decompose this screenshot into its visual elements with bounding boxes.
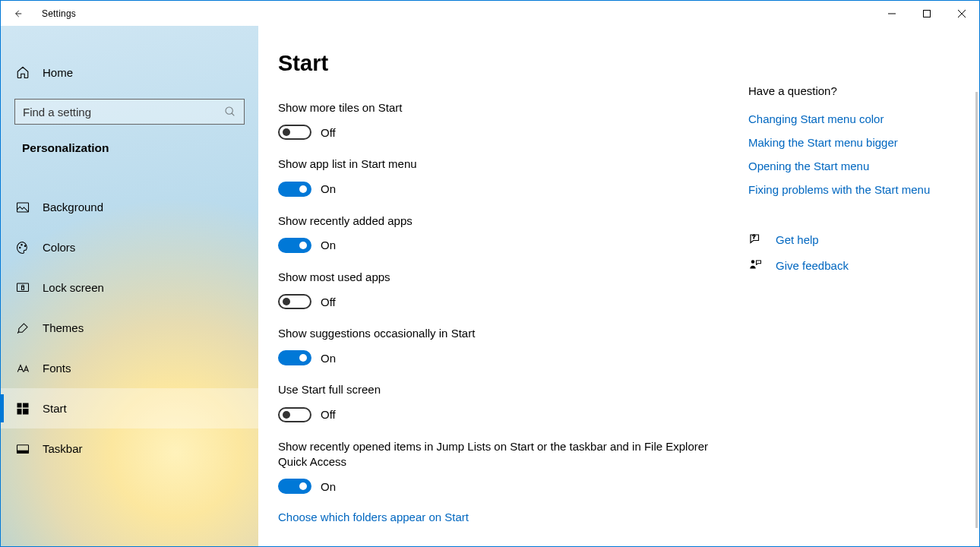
svg-text:?: ? [753, 234, 756, 239]
sidebar-item-label: Fonts [43, 362, 71, 375]
svg-rect-13 [17, 451, 29, 453]
toggle-state: On [321, 352, 336, 365]
svg-rect-8 [17, 403, 22, 407]
close-button[interactable] [944, 1, 979, 26]
svg-point-15 [751, 260, 755, 264]
toggle-switch[interactable] [278, 350, 311, 365]
sidebar-category: Personalization [1, 125, 258, 163]
sidebar-item-label: Start [43, 402, 67, 415]
svg-rect-7 [22, 286, 24, 289]
start-icon [16, 402, 30, 416]
taskbar-icon [16, 442, 30, 456]
page-title: Start [278, 51, 730, 76]
toggle-switch[interactable] [278, 125, 311, 140]
lock-screen-icon [16, 281, 30, 295]
toggle-state: Off [321, 296, 336, 308]
aside-link[interactable]: Making the Start menu bigger [748, 136, 961, 149]
setting-row: Show most used appsOff [278, 270, 730, 309]
minimize-button[interactable] [874, 1, 909, 26]
get-help-link[interactable]: Get help [776, 233, 819, 246]
setting-label: Show recently opened items in Jump Lists… [278, 439, 730, 470]
sidebar-item-start[interactable]: Start [1, 388, 258, 428]
home-icon [16, 65, 30, 79]
sidebar-item-taskbar[interactable]: Taskbar [1, 428, 258, 469]
sidebar-item-label: Background [43, 201, 103, 213]
aside-link[interactable]: Opening the Start menu [748, 160, 961, 172]
sidebar-item-colors[interactable]: Colors [1, 227, 258, 267]
toggle-switch[interactable] [278, 182, 311, 197]
setting-row: Show more tiles on StartOff [278, 100, 730, 140]
toggle-state: Off [321, 126, 336, 139]
svg-rect-6 [17, 283, 29, 292]
toggle-switch[interactable] [278, 479, 311, 494]
setting-row: Show suggestions occasionally in StartOn [278, 326, 730, 365]
content: Start Show more tiles on StartOffShow ap… [258, 26, 979, 546]
feedback-icon [748, 258, 762, 272]
svg-point-4 [21, 244, 23, 245]
toggle-state: On [321, 480, 336, 493]
maximize-button[interactable] [909, 1, 944, 26]
setting-row: Show app list in Start menuOn [278, 157, 730, 196]
toggle-state: Off [321, 408, 336, 421]
minimize-icon [888, 10, 896, 17]
setting-label: Use Start full screen [278, 382, 730, 397]
sidebar-item-label: Lock screen [43, 281, 104, 294]
get-help-icon: ? [748, 232, 762, 246]
sidebar-item-label: Taskbar [43, 442, 83, 455]
window-title: Settings [42, 8, 76, 19]
aside-link[interactable]: Changing Start menu color [748, 112, 961, 125]
toggle-switch[interactable] [278, 294, 311, 309]
toggle-state: On [321, 182, 336, 195]
paintbrush-icon [16, 321, 30, 335]
svg-rect-0 [924, 10, 931, 17]
setting-row: Use Start full screenOff [278, 382, 730, 422]
picture-icon [16, 201, 30, 214]
maximize-icon [923, 10, 931, 17]
give-feedback-link[interactable]: Give feedback [776, 259, 849, 272]
setting-label: Show more tiles on Start [278, 100, 730, 115]
back-button[interactable] [1, 1, 34, 26]
sidebar-item-themes[interactable]: Themes [1, 308, 258, 348]
sidebar-item-label: Themes [43, 321, 84, 334]
setting-row: Show recently added appsOn [278, 213, 730, 253]
sidebar: Home Personalization Background [1, 26, 258, 546]
setting-row: Show recently opened items in Jump Lists… [278, 439, 730, 495]
sidebar-item-background[interactable]: Background [1, 187, 258, 227]
search-input[interactable] [23, 106, 224, 119]
toggle-switch[interactable] [278, 407, 311, 422]
fonts-icon [16, 362, 30, 375]
sidebar-home-label: Home [43, 66, 73, 79]
toggle-state: On [321, 239, 336, 251]
svg-rect-9 [23, 403, 29, 407]
svg-rect-10 [17, 409, 22, 415]
palette-icon [16, 241, 30, 255]
aside: Have a question? Changing Start menu col… [748, 51, 961, 546]
search-icon [224, 106, 236, 118]
toggle-switch[interactable] [278, 238, 311, 253]
folders-link[interactable]: Choose which folders appear on Start [278, 511, 730, 523]
svg-point-3 [20, 247, 21, 248]
search-input-wrap[interactable] [14, 99, 245, 125]
setting-label: Show most used apps [278, 270, 730, 285]
setting-label: Show recently added apps [278, 213, 730, 229]
scrollbar[interactable] [975, 92, 978, 528]
aside-link[interactable]: Fixing problems with the Start menu [748, 183, 961, 196]
sidebar-item-label: Colors [43, 241, 75, 254]
aside-heading: Have a question? [748, 84, 961, 97]
sidebar-home[interactable]: Home [1, 56, 258, 88]
setting-label: Show app list in Start menu [278, 157, 730, 172]
arrow-left-icon [12, 8, 23, 19]
svg-point-5 [24, 245, 26, 247]
titlebar: Settings [1, 1, 979, 26]
setting-label: Show suggestions occasionally in Start [278, 326, 730, 341]
close-icon [958, 10, 966, 17]
svg-rect-11 [23, 409, 29, 415]
sidebar-item-lock-screen[interactable]: Lock screen [1, 267, 258, 308]
sidebar-item-fonts[interactable]: Fonts [1, 348, 258, 388]
svg-point-1 [226, 107, 232, 114]
